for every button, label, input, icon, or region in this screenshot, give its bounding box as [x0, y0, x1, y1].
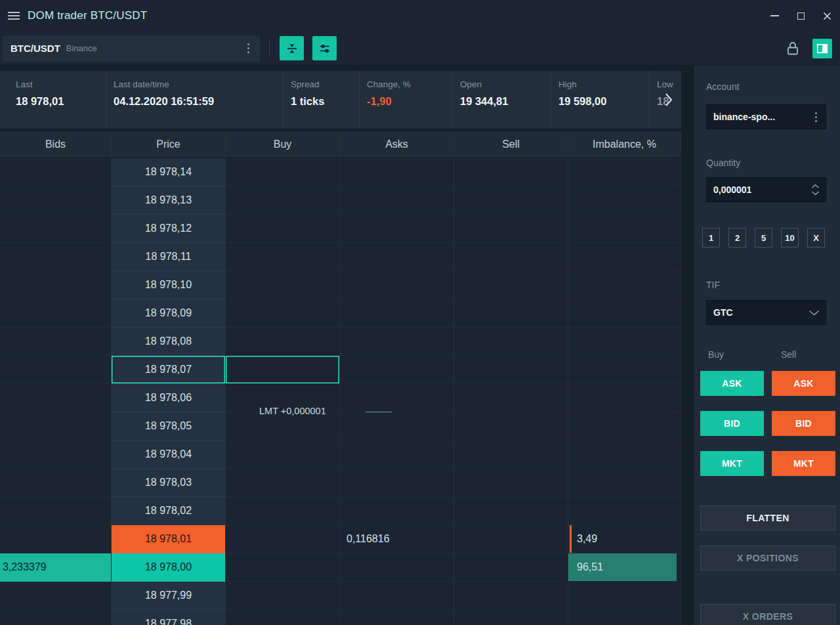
dom-cell-buy[interactable] [226, 271, 340, 299]
dom-cell-bids[interactable] [0, 356, 112, 384]
dom-cell-bids[interactable] [0, 243, 112, 271]
dom-cell-imbalance[interactable] [568, 158, 681, 186]
dom-cell-asks[interactable] [340, 582, 454, 610]
dom-cell-asks[interactable] [340, 384, 454, 412]
dom-cell-price[interactable]: 18 978,13 [112, 186, 226, 215]
dom-cell-sell[interactable] [454, 469, 568, 497]
dom-cell-buy[interactable] [226, 299, 340, 328]
dom-cell-imbalance[interactable] [568, 582, 681, 610]
dom-cell-bids[interactable] [0, 610, 112, 625]
dom-cell-price[interactable]: 18 978,06 [112, 384, 226, 412]
dom-cell-buy[interactable] [226, 525, 340, 553]
dom-settings-button[interactable] [312, 36, 337, 60]
maximize-button[interactable] [788, 0, 814, 32]
dom-cell-asks[interactable] [340, 243, 454, 271]
account-menu-button[interactable] [812, 110, 820, 125]
dom-cell-imbalance[interactable] [568, 243, 681, 271]
dom-cell-asks[interactable] [340, 186, 454, 215]
lock-trading-button[interactable] [784, 39, 801, 58]
dom-cell-price[interactable]: 18 978,09 [112, 299, 226, 328]
dom-cell-bids[interactable] [0, 384, 112, 412]
dom-cell-bids[interactable] [0, 441, 112, 469]
close-positions-button[interactable]: X POSITIONS [700, 546, 835, 571]
dom-cell-bids[interactable] [0, 158, 112, 186]
dom-cell-bids[interactable] [0, 469, 112, 497]
dom-cell-buy[interactable] [226, 356, 340, 384]
dom-cell-sell[interactable] [454, 582, 568, 610]
dom-cell-sell[interactable] [454, 525, 568, 553]
tif-dropdown[interactable]: GTC [706, 300, 826, 325]
dom-cell-price[interactable]: 18 978,14 [112, 158, 226, 186]
account-selector[interactable]: binance-spo... [706, 104, 826, 129]
quick-quantity-5[interactable]: 5 [755, 228, 772, 248]
dom-cell-buy[interactable] [226, 582, 340, 610]
dom-cell-bids[interactable] [0, 412, 112, 441]
dom-cell-price[interactable]: 18 978,02 [112, 497, 226, 525]
dom-cell-sell[interactable] [454, 271, 568, 299]
dom-cell-asks[interactable] [340, 356, 454, 384]
dom-cell-price[interactable]: 18 978,10 [112, 271, 226, 299]
dom-cell-imbalance[interactable] [568, 469, 681, 497]
spinner-up-icon[interactable] [811, 184, 820, 188]
dom-cell-asks[interactable] [340, 271, 454, 299]
dom-cell-asks[interactable] [340, 158, 454, 186]
dom-cell-sell[interactable] [454, 412, 568, 441]
dom-cell-imbalance[interactable] [568, 610, 681, 625]
dom-cell-bids[interactable] [0, 271, 112, 299]
dom-cell-sell[interactable] [454, 553, 568, 582]
dom-cell-buy[interactable] [226, 328, 340, 356]
quick-quantity-2[interactable]: 2 [728, 228, 746, 248]
dom-cell-sell[interactable] [454, 356, 568, 384]
sell-mkt-button[interactable]: MKT [772, 451, 835, 476]
dom-cell-asks[interactable] [340, 328, 454, 356]
quick-quantity-x[interactable]: X [807, 228, 825, 248]
dom-cell-buy[interactable] [226, 469, 340, 497]
dom-cell-imbalance[interactable] [568, 215, 681, 243]
buy-ask-button[interactable]: ASK [700, 371, 764, 396]
dom-cell-buy[interactable] [226, 243, 340, 271]
dom-cell-sell[interactable] [454, 299, 568, 328]
dom-cell-bids[interactable]: 3,233379 [0, 553, 112, 582]
buy-bid-button[interactable]: BID [700, 411, 764, 436]
dom-cell-imbalance[interactable] [568, 186, 681, 215]
dom-cell-sell[interactable] [454, 158, 568, 186]
dom-cell-sell[interactable] [454, 384, 568, 412]
info-bar-scroll-right-button[interactable] [665, 92, 673, 110]
dom-cell-bids[interactable] [0, 497, 112, 525]
dom-cell-buy[interactable] [226, 610, 340, 625]
dom-cell-imbalance[interactable]: 3,49 [568, 525, 681, 553]
dom-cell-asks[interactable] [340, 299, 454, 328]
dom-cell-sell[interactable] [454, 497, 568, 525]
dom-cell-sell[interactable] [454, 243, 568, 271]
dom-cell-asks[interactable] [340, 412, 454, 441]
trading-panel-toggle-button[interactable] [812, 39, 832, 58]
spinner-down-icon[interactable] [811, 191, 820, 196]
quantity-input[interactable]: 0,000001 [706, 177, 826, 202]
dom-cell-buy[interactable] [226, 497, 340, 525]
dom-cell-buy[interactable] [226, 441, 340, 469]
dom-cell-price[interactable]: 18 978,08 [112, 328, 226, 356]
dom-cell-imbalance[interactable] [568, 384, 681, 412]
minimize-button[interactable] [761, 0, 788, 32]
dom-cell-buy[interactable] [226, 553, 340, 582]
flatten-button[interactable]: FLATTEN [700, 506, 835, 530]
dom-cell-sell[interactable] [454, 610, 568, 625]
symbol-selector[interactable]: BTC/USDT Binance [3, 35, 260, 62]
dom-cell-sell[interactable] [454, 328, 568, 356]
dom-cell-asks[interactable] [340, 441, 454, 469]
dom-cell-price[interactable]: 18 978,07 [112, 356, 226, 384]
dom-cell-buy[interactable] [226, 215, 340, 243]
dom-cell-imbalance[interactable] [568, 299, 681, 328]
dom-cell-bids[interactable] [0, 525, 112, 553]
dom-cell-price[interactable]: 18 978,01 [112, 525, 226, 553]
dom-cell-price[interactable]: 18 978,03 [112, 469, 226, 497]
dom-cell-imbalance[interactable] [568, 441, 681, 469]
dom-cell-imbalance[interactable] [568, 356, 681, 384]
close-orders-button[interactable]: X ORDERS [700, 604, 835, 625]
dom-cell-price[interactable]: 18 977,99 [112, 582, 226, 610]
dom-cell-sell[interactable] [454, 441, 568, 469]
dom-cell-asks[interactable]: 0,116816 [340, 525, 454, 553]
dom-cell-asks[interactable] [340, 610, 454, 625]
quick-quantity-1[interactable]: 1 [702, 228, 720, 248]
dom-cell-bids[interactable] [0, 186, 112, 215]
